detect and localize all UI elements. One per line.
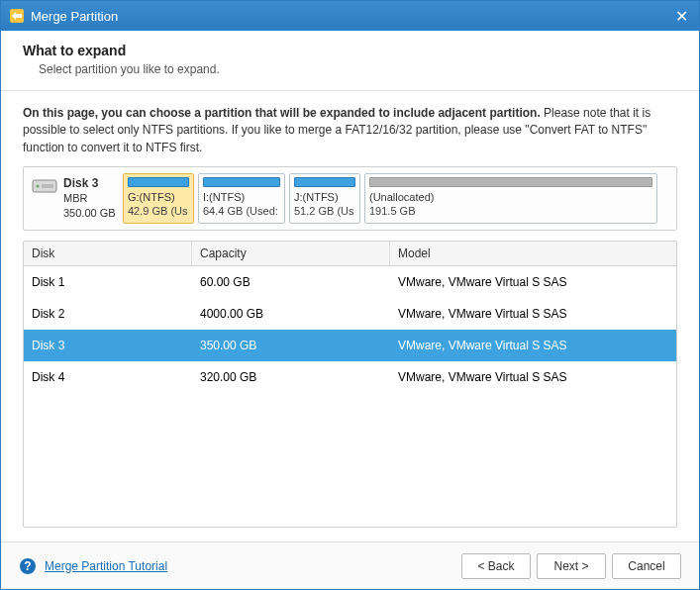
partition-size: 191.5 GB bbox=[369, 204, 652, 218]
partition-label: G:(NTFS) bbox=[128, 190, 189, 204]
svg-point-2 bbox=[37, 185, 40, 188]
cell-disk: Disk 1 bbox=[24, 266, 192, 298]
cell-disk: Disk 2 bbox=[24, 298, 192, 330]
partition-usage-bar bbox=[128, 177, 189, 187]
partition-size: 42.9 GB (Us bbox=[128, 204, 189, 218]
partition-block[interactable]: I:(NTFS)64.4 GB (Used: bbox=[198, 173, 285, 224]
partition-strip: G:(NTFS)42.9 GB (UsI:(NTFS)64.4 GB (Used… bbox=[123, 173, 670, 224]
desc-bold: On this page, you can choose a partition… bbox=[23, 106, 541, 120]
svg-rect-3 bbox=[42, 184, 53, 188]
partition-block[interactable]: G:(NTFS)42.9 GB (Us bbox=[123, 173, 194, 224]
page-description: On this page, you can choose a partition… bbox=[23, 105, 677, 156]
cell-capacity: 320.00 GB bbox=[192, 361, 390, 393]
th-disk[interactable]: Disk bbox=[24, 242, 192, 265]
table-row[interactable]: Disk 4320.00 GBVMware, VMware Virtual S … bbox=[24, 361, 676, 393]
disk-size: 350.00 GB bbox=[63, 206, 116, 221]
hdd-icon bbox=[32, 177, 57, 195]
wizard-footer: ? Merge Partition Tutorial < Back Next >… bbox=[1, 541, 699, 589]
disk-table: Disk Capacity Model Disk 160.00 GBVMware… bbox=[23, 241, 677, 528]
cell-model: VMware, VMware Virtual S SAS bbox=[390, 330, 676, 361]
disk-name: Disk 3 bbox=[63, 175, 116, 191]
partition-label: J:(NTFS) bbox=[294, 190, 355, 204]
partition-block[interactable]: (Unallocated)191.5 GB bbox=[364, 173, 657, 224]
cell-model: VMware, VMware Virtual S SAS bbox=[390, 298, 676, 330]
cancel-button[interactable]: Cancel bbox=[612, 553, 681, 579]
page-subheading: Select partition you like to expand. bbox=[23, 62, 677, 76]
th-capacity[interactable]: Capacity bbox=[192, 242, 390, 265]
help-icon: ? bbox=[19, 557, 37, 575]
titlebar: Merge Partition ✕ bbox=[1, 1, 699, 31]
partition-size: 64.4 GB (Used: bbox=[203, 204, 280, 218]
table-row[interactable]: Disk 3350.00 GBVMware, VMware Virtual S … bbox=[24, 330, 676, 361]
disk-layout-box: Disk 3 MBR 350.00 GB G:(NTFS)42.9 GB (Us… bbox=[23, 166, 677, 231]
partition-label: (Unallocated) bbox=[369, 190, 652, 204]
svg-text:?: ? bbox=[24, 559, 31, 573]
cell-capacity: 60.00 GB bbox=[192, 266, 390, 298]
table-header: Disk Capacity Model bbox=[24, 242, 676, 266]
close-button[interactable]: ✕ bbox=[671, 7, 691, 26]
cell-capacity: 350.00 GB bbox=[192, 330, 390, 361]
partition-usage-bar bbox=[369, 177, 652, 187]
wizard-header: What to expand Select partition you like… bbox=[1, 31, 699, 91]
window-title: Merge Partition bbox=[31, 9, 118, 24]
table-body: Disk 160.00 GBVMware, VMware Virtual S S… bbox=[24, 266, 676, 393]
partition-size: 51.2 GB (Us bbox=[294, 204, 355, 218]
disk-info: Disk 3 MBR 350.00 GB bbox=[32, 173, 117, 224]
back-button[interactable]: < Back bbox=[461, 553, 531, 579]
partition-usage-bar bbox=[294, 177, 355, 187]
cell-disk: Disk 4 bbox=[24, 361, 192, 393]
th-model[interactable]: Model bbox=[390, 242, 676, 265]
cell-disk: Disk 3 bbox=[24, 330, 192, 361]
cell-model: VMware, VMware Virtual S SAS bbox=[390, 266, 676, 298]
partition-block[interactable]: J:(NTFS)51.2 GB (Us bbox=[289, 173, 360, 224]
partition-label: I:(NTFS) bbox=[203, 190, 280, 204]
next-button[interactable]: Next > bbox=[537, 553, 606, 579]
disk-scheme: MBR bbox=[63, 191, 116, 206]
table-row[interactable]: Disk 24000.00 GBVMware, VMware Virtual S… bbox=[24, 298, 676, 330]
tutorial-link[interactable]: Merge Partition Tutorial bbox=[45, 559, 167, 573]
table-row[interactable]: Disk 160.00 GBVMware, VMware Virtual S S… bbox=[24, 266, 676, 298]
partition-usage-bar bbox=[203, 177, 280, 187]
page-heading: What to expand bbox=[23, 43, 677, 58]
app-icon bbox=[9, 8, 25, 24]
cell-model: VMware, VMware Virtual S SAS bbox=[390, 361, 676, 393]
cell-capacity: 4000.00 GB bbox=[192, 298, 390, 330]
